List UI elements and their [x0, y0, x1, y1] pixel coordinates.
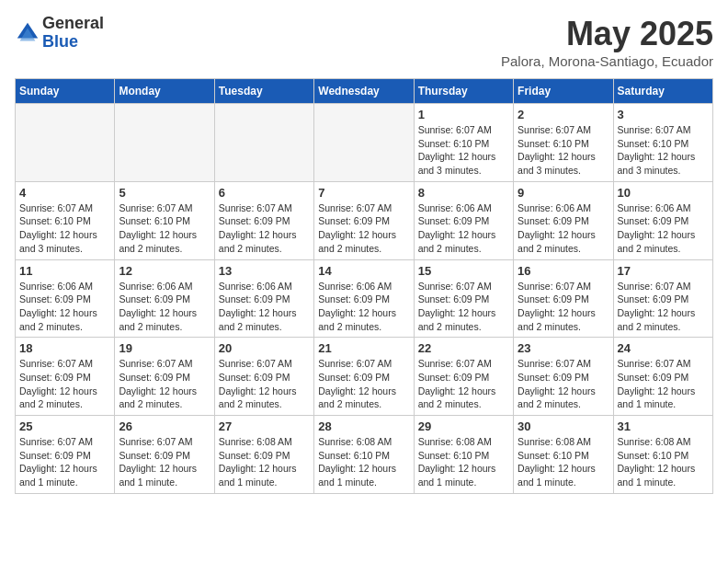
day-info: Sunrise: 6:08 AMSunset: 6:09 PMDaylight:… [219, 435, 310, 489]
day-number: 10 [618, 186, 709, 200]
day-number: 23 [518, 341, 609, 355]
calendar-day-cell: 22Sunrise: 6:07 AMSunset: 6:09 PMDayligh… [414, 338, 513, 416]
logo-blue-text: Blue [42, 33, 104, 52]
day-info: Sunrise: 6:06 AMSunset: 6:09 PMDaylight:… [219, 280, 310, 334]
day-info: Sunrise: 6:07 AMSunset: 6:09 PMDaylight:… [618, 357, 709, 411]
calendar-day-cell: 18Sunrise: 6:07 AMSunset: 6:09 PMDayligh… [16, 338, 115, 416]
day-info: Sunrise: 6:07 AMSunset: 6:10 PMDaylight:… [518, 123, 609, 178]
day-number: 21 [318, 341, 409, 355]
day-info: Sunrise: 6:07 AMSunset: 6:10 PMDaylight:… [418, 123, 509, 178]
day-number: 16 [518, 264, 609, 278]
calendar-day-cell: 14Sunrise: 6:06 AMSunset: 6:09 PMDayligh… [314, 259, 414, 338]
calendar-week-row: 18Sunrise: 6:07 AMSunset: 6:09 PMDayligh… [16, 338, 713, 416]
day-info: Sunrise: 6:07 AMSunset: 6:09 PMDaylight:… [318, 357, 409, 411]
day-number: 20 [219, 341, 310, 355]
logo: General Blue [15, 15, 104, 52]
day-info: Sunrise: 6:07 AMSunset: 6:09 PMDaylight:… [318, 201, 409, 256]
calendar-day-cell: 28Sunrise: 6:08 AMSunset: 6:10 PMDayligh… [314, 416, 414, 494]
day-number: 5 [119, 186, 210, 200]
calendar-day-cell: 30Sunrise: 6:08 AMSunset: 6:10 PMDayligh… [514, 416, 613, 494]
day-number: 30 [518, 419, 609, 433]
calendar-day-cell: 29Sunrise: 6:08 AMSunset: 6:10 PMDayligh… [414, 416, 513, 494]
day-info: Sunrise: 6:06 AMSunset: 6:09 PMDaylight:… [418, 201, 509, 256]
day-info: Sunrise: 6:08 AMSunset: 6:10 PMDaylight:… [518, 435, 609, 489]
day-info: Sunrise: 6:08 AMSunset: 6:10 PMDaylight:… [618, 435, 709, 489]
day-number: 28 [318, 419, 409, 433]
page-header: General Blue May 2025 Palora, Morona-San… [15, 15, 713, 69]
calendar-day-cell [16, 104, 115, 182]
day-info: Sunrise: 6:07 AMSunset: 6:09 PMDaylight:… [518, 357, 609, 411]
day-info: Sunrise: 6:06 AMSunset: 6:09 PMDaylight:… [119, 280, 210, 334]
calendar-day-cell: 24Sunrise: 6:07 AMSunset: 6:09 PMDayligh… [613, 338, 712, 416]
calendar-day-cell: 9Sunrise: 6:06 AMSunset: 6:09 PMDaylight… [514, 181, 613, 259]
day-info: Sunrise: 6:07 AMSunset: 6:09 PMDaylight:… [418, 280, 509, 334]
day-number: 3 [618, 108, 709, 121]
day-info: Sunrise: 6:07 AMSunset: 6:09 PMDaylight:… [19, 357, 110, 411]
calendar-day-cell: 26Sunrise: 6:07 AMSunset: 6:09 PMDayligh… [115, 416, 214, 494]
calendar-day-cell [214, 104, 313, 182]
day-number: 7 [318, 186, 409, 200]
day-info: Sunrise: 6:07 AMSunset: 6:09 PMDaylight:… [418, 357, 509, 411]
title-block: May 2025 Palora, Morona-Santiago, Ecuado… [501, 15, 713, 69]
calendar-day-cell: 17Sunrise: 6:07 AMSunset: 6:09 PMDayligh… [613, 259, 712, 338]
calendar-day-cell: 12Sunrise: 6:06 AMSunset: 6:09 PMDayligh… [115, 259, 214, 338]
day-number: 29 [418, 419, 509, 433]
calendar-week-row: 4Sunrise: 6:07 AMSunset: 6:10 PMDaylight… [16, 181, 713, 259]
weekday-header-row: SundayMondayTuesdayWednesdayThursdayFrid… [16, 79, 713, 104]
day-number: 24 [618, 341, 709, 355]
day-number: 4 [19, 186, 110, 200]
day-number: 8 [418, 186, 509, 200]
day-number: 11 [19, 264, 110, 278]
day-info: Sunrise: 6:07 AMSunset: 6:10 PMDaylight:… [119, 201, 210, 256]
location: Palora, Morona-Santiago, Ecuador [501, 53, 713, 69]
calendar-day-cell: 7Sunrise: 6:07 AMSunset: 6:09 PMDaylight… [314, 181, 414, 259]
calendar-day-cell: 15Sunrise: 6:07 AMSunset: 6:09 PMDayligh… [414, 259, 513, 338]
day-info: Sunrise: 6:07 AMSunset: 6:09 PMDaylight:… [119, 435, 210, 489]
day-info: Sunrise: 6:07 AMSunset: 6:10 PMDaylight:… [618, 123, 709, 178]
calendar-day-cell: 11Sunrise: 6:06 AMSunset: 6:09 PMDayligh… [16, 259, 115, 338]
day-number: 9 [518, 186, 609, 200]
logo-icon [15, 20, 40, 46]
day-info: Sunrise: 6:08 AMSunset: 6:10 PMDaylight:… [318, 435, 409, 489]
weekday-header: Saturday [613, 79, 712, 104]
calendar-day-cell [314, 104, 414, 182]
day-info: Sunrise: 6:06 AMSunset: 6:09 PMDaylight:… [618, 201, 709, 256]
calendar-day-cell: 8Sunrise: 6:06 AMSunset: 6:09 PMDaylight… [414, 181, 513, 259]
calendar-table: SundayMondayTuesdayWednesdayThursdayFrid… [15, 78, 713, 494]
calendar-day-cell: 16Sunrise: 6:07 AMSunset: 6:09 PMDayligh… [514, 259, 613, 338]
logo-general-text: General [42, 15, 104, 33]
day-number: 22 [418, 341, 509, 355]
calendar-day-cell: 3Sunrise: 6:07 AMSunset: 6:10 PMDaylight… [613, 104, 712, 182]
calendar-day-cell: 2Sunrise: 6:07 AMSunset: 6:10 PMDaylight… [514, 104, 613, 182]
calendar-week-row: 1Sunrise: 6:07 AMSunset: 6:10 PMDaylight… [16, 104, 713, 182]
day-info: Sunrise: 6:08 AMSunset: 6:10 PMDaylight:… [418, 435, 509, 489]
day-info: Sunrise: 6:07 AMSunset: 6:09 PMDaylight:… [219, 357, 310, 411]
day-number: 6 [219, 186, 310, 200]
calendar-day-cell: 10Sunrise: 6:06 AMSunset: 6:09 PMDayligh… [613, 181, 712, 259]
day-number: 25 [19, 419, 110, 433]
calendar-day-cell: 21Sunrise: 6:07 AMSunset: 6:09 PMDayligh… [314, 338, 414, 416]
calendar-day-cell: 27Sunrise: 6:08 AMSunset: 6:09 PMDayligh… [214, 416, 313, 494]
calendar-week-row: 11Sunrise: 6:06 AMSunset: 6:09 PMDayligh… [16, 259, 713, 338]
day-number: 27 [219, 419, 310, 433]
day-number: 18 [19, 341, 110, 355]
day-info: Sunrise: 6:06 AMSunset: 6:09 PMDaylight:… [318, 280, 409, 334]
calendar-week-row: 25Sunrise: 6:07 AMSunset: 6:09 PMDayligh… [16, 416, 713, 494]
calendar-day-cell [115, 104, 214, 182]
weekday-header: Thursday [414, 79, 513, 104]
calendar-day-cell: 1Sunrise: 6:07 AMSunset: 6:10 PMDaylight… [414, 104, 513, 182]
day-number: 15 [418, 264, 509, 278]
calendar-day-cell: 19Sunrise: 6:07 AMSunset: 6:09 PMDayligh… [115, 338, 214, 416]
calendar-day-cell: 31Sunrise: 6:08 AMSunset: 6:10 PMDayligh… [613, 416, 712, 494]
calendar-day-cell: 23Sunrise: 6:07 AMSunset: 6:09 PMDayligh… [514, 338, 613, 416]
day-number: 12 [119, 264, 210, 278]
weekday-header: Friday [514, 79, 613, 104]
day-number: 2 [518, 108, 609, 121]
weekday-header: Sunday [16, 79, 115, 104]
day-info: Sunrise: 6:07 AMSunset: 6:09 PMDaylight:… [219, 201, 310, 256]
calendar-day-cell: 13Sunrise: 6:06 AMSunset: 6:09 PMDayligh… [214, 259, 313, 338]
day-info: Sunrise: 6:06 AMSunset: 6:09 PMDaylight:… [19, 280, 110, 334]
weekday-header: Tuesday [214, 79, 313, 104]
day-info: Sunrise: 6:07 AMSunset: 6:09 PMDaylight:… [19, 435, 110, 489]
day-number: 17 [618, 264, 709, 278]
